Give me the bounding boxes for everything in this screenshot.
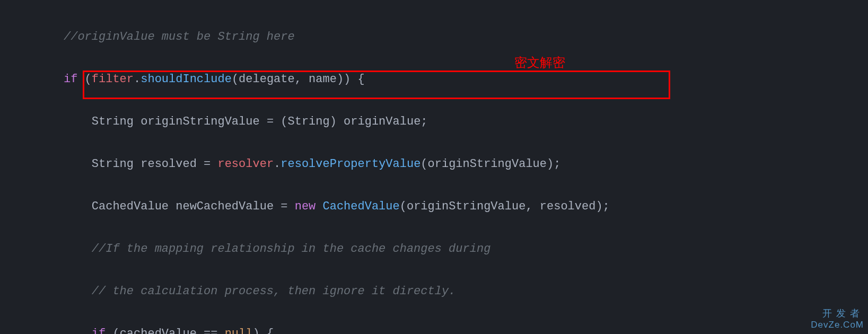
code-line: CachedValue newCachedValue = new CachedV…: [64, 196, 868, 217]
watermark-en-text: DevZe.CoM: [811, 319, 864, 331]
code-line: // the calculation process, then ignore …: [64, 281, 868, 302]
watermark-cn-text: 开发者: [811, 307, 864, 319]
watermark: 开发者 DevZe.CoM: [811, 307, 864, 331]
code-line: //originValue must be String here: [64, 27, 868, 48]
code-editor-content[interactable]: //originValue must be String here if (fi…: [0, 5, 868, 334]
code-line: if (filter.shouldInclude(delegate, name)…: [64, 69, 868, 90]
annotation-label: 密文解密: [514, 52, 565, 73]
code-line: //If the mapping relationship in the cac…: [64, 239, 868, 260]
code-line: String originStringValue = (String) orig…: [64, 111, 868, 133]
code-line: if (cachedValue == null) {: [64, 323, 868, 334]
code-line-highlighted: String resolved = resolver.resolveProper…: [64, 154, 868, 175]
